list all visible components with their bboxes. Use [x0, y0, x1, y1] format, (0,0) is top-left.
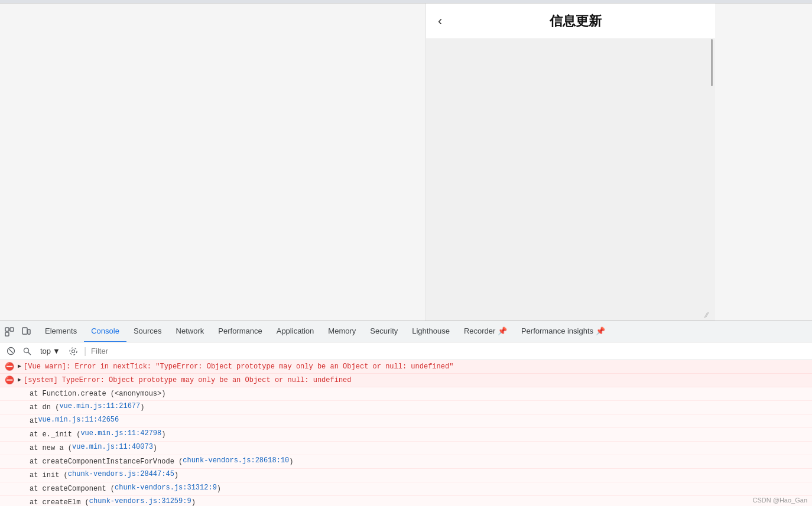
devtools-toolbar: top ▼ |	[0, 342, 812, 360]
console-output: ⛔ ▶ [Vue warn]: Error in nextTick: "Type…	[0, 360, 812, 506]
page-content-area	[0, 4, 426, 321]
stack-link-2[interactable]: vue.min.js:11:21677	[59, 402, 140, 410]
right-blank-area	[715, 4, 812, 321]
stack-text-6: at createComponentInstanceForVnode (	[30, 456, 183, 467]
devtools-tab-bar: Elements Console Sources Network Perform…	[0, 321, 812, 342]
console-error-row-1: ⛔ ▶ [Vue warn]: Error in nextTick: "Type…	[0, 360, 812, 374]
stack-link-5[interactable]: vue.min.js:11:40073	[72, 443, 153, 451]
console-filter-button[interactable]	[21, 345, 33, 357]
preview-back-button[interactable]: ‹	[438, 14, 442, 29]
preview-header: ‹ 信息更新	[426, 4, 715, 39]
tab-sources[interactable]: Sources	[126, 321, 169, 342]
svg-rect-1	[5, 332, 9, 336]
tab-performance-insights[interactable]: Performance insights 📌	[514, 321, 612, 342]
devtools-panel: Elements Console Sources Network Perform…	[0, 321, 812, 506]
svg-point-10	[70, 348, 77, 355]
stack-close-9: )	[191, 497, 196, 506]
stack-close-6: )	[289, 456, 293, 467]
inspect-element-button[interactable]	[2, 325, 17, 339]
svg-line-8	[28, 352, 31, 355]
stack-row-5: at new a ( vue.min.js:11:40073 )	[0, 442, 812, 455]
device-toggle-button[interactable]	[19, 325, 33, 339]
tab-memory[interactable]: Memory	[321, 321, 363, 342]
preview-resize-handle[interactable]: ∕∕	[706, 311, 715, 321]
watermark: CSDN @Hao_Gan	[753, 497, 807, 504]
expand-arrow-1[interactable]: ▶	[18, 363, 21, 370]
console-clear-button[interactable]	[5, 345, 17, 357]
svg-rect-3	[22, 328, 27, 334]
stack-row-2: at dn ( vue.min.js:11:21677 )	[0, 401, 812, 414]
error-icon-2: ⛔	[5, 376, 14, 385]
filter-separator: |	[84, 346, 86, 357]
stack-row-1: at Function.create (<anonymous>)	[0, 387, 812, 401]
settings-button[interactable]	[67, 345, 79, 357]
tab-application[interactable]: Application	[269, 321, 321, 342]
tab-security[interactable]: Security	[363, 321, 405, 342]
stack-row-3: at vue.min.js:11:42656	[0, 414, 812, 428]
stack-text-7: at init (	[30, 470, 68, 481]
devtools-icon-buttons	[2, 325, 33, 339]
context-dropdown[interactable]: top ▼	[38, 345, 63, 357]
stack-link-9[interactable]: chunk-vendors.js:31259:9	[89, 497, 191, 505]
context-label: top	[40, 347, 51, 355]
stack-close-8: )	[217, 484, 221, 494]
svg-line-6	[9, 349, 13, 353]
stack-close-5: )	[153, 443, 157, 453]
svg-rect-4	[28, 329, 30, 334]
tab-performance[interactable]: Performance	[211, 321, 269, 342]
stack-link-4[interactable]: vue.min.js:11:42798	[80, 429, 161, 438]
svg-rect-2	[10, 328, 14, 331]
expand-arrow-2[interactable]: ▶	[18, 376, 21, 383]
stack-text-4: at e._init (	[30, 429, 80, 440]
stack-row-9: at createElm ( chunk-vendors.js:31259:9 …	[0, 496, 812, 506]
stack-row-7: at init ( chunk-vendors.js:28447:45 )	[0, 469, 812, 482]
stack-row-4: at e._init ( vue.min.js:11:42798 )	[0, 428, 812, 442]
svg-point-7	[24, 348, 29, 352]
console-text-1: [Vue warn]: Error in nextTick: "TypeErro…	[24, 361, 453, 372]
stack-link-6[interactable]: chunk-vendors.js:28618:10	[183, 456, 289, 465]
tab-recorder[interactable]: Recorder 📌	[457, 321, 514, 342]
preview-scrollbar-thumb	[711, 39, 713, 86]
tab-network[interactable]: Network	[169, 321, 212, 342]
stack-close-4: )	[161, 429, 165, 440]
svg-point-9	[72, 350, 74, 352]
stack-close-2: )	[140, 402, 144, 413]
stack-row-6: at createComponentInstanceForVnode ( chu…	[0, 455, 812, 469]
stack-link-7[interactable]: chunk-vendors.js:28447:45	[68, 470, 174, 478]
stack-text-3: at	[30, 416, 38, 426]
stack-text-1: at Function.create (<anonymous>)	[30, 389, 165, 399]
stack-close-7: )	[174, 470, 178, 481]
filter-input[interactable]	[91, 347, 807, 355]
dropdown-arrow-icon: ▼	[53, 347, 60, 355]
tab-console[interactable]: Console	[84, 321, 126, 342]
tab-lighthouse[interactable]: Lighthouse	[405, 321, 457, 342]
tab-elements[interactable]: Elements	[38, 321, 84, 342]
preview-title: 信息更新	[448, 12, 703, 30]
stack-row-8: at createComponent ( chunk-vendors.js:31…	[0, 482, 812, 496]
console-error-row-2: ⛔ ▶ [system] TypeError: Object prototype…	[0, 374, 812, 387]
stack-text-8: at createComponent (	[30, 484, 115, 494]
svg-rect-0	[5, 328, 9, 331]
stack-text-5: at new a (	[30, 443, 72, 453]
mobile-preview-panel: ‹ 信息更新 ∕∕	[426, 4, 715, 321]
stack-text-9: at createElm (	[30, 497, 89, 506]
stack-link-3[interactable]: vue.min.js:11:42656	[38, 416, 119, 424]
stack-link-8[interactable]: chunk-vendors.js:31312:9	[115, 484, 217, 492]
preview-body	[426, 39, 715, 322]
error-icon-1: ⛔	[5, 362, 14, 371]
console-text-2: [system] TypeError: Object prototype may…	[24, 375, 352, 386]
stack-text-2: at dn (	[30, 402, 59, 413]
